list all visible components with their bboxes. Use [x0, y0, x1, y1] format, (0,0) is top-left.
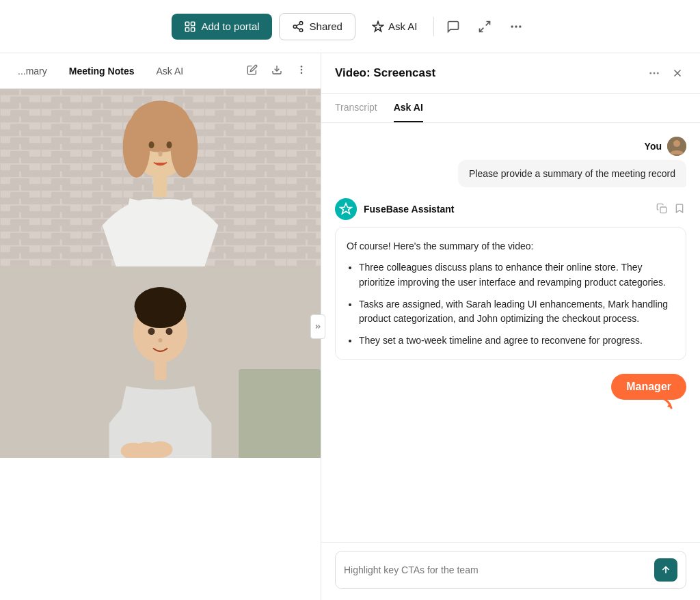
copy-button[interactable] [655, 202, 669, 217]
dots-vertical-icon [296, 64, 307, 75]
svg-rect-3 [191, 27, 194, 31]
download-icon [271, 64, 282, 75]
bullet-item-3: They set a two-week timeline and agree t… [359, 333, 675, 349]
svg-point-39 [165, 328, 172, 335]
collapse-panel-button[interactable] [310, 314, 325, 339]
panel-title: Video: Screencast [335, 66, 638, 80]
user-avatar [667, 137, 686, 156]
right-panel: Video: Screencast Transcript Ask AI [321, 53, 700, 600]
more-left-btn[interactable] [291, 60, 312, 82]
main-content: ...mary Meeting Notes Ask AI [0, 53, 700, 600]
svg-point-30 [159, 151, 163, 156]
download-icon-btn[interactable] [266, 60, 288, 82]
shared-button[interactable]: Shared [279, 13, 355, 40]
chat-area: You Please provide a summary of the meet… [321, 123, 700, 542]
svg-line-7 [296, 27, 299, 29]
user-message: You Please provide a summary of the meet… [335, 137, 686, 187]
assistant-name: FuseBase Assistant [364, 204, 648, 215]
right-tabs: Transcript Ask AI [321, 94, 700, 123]
assistant-message: FuseBase Assistant [335, 198, 686, 360]
svg-point-4 [299, 21, 303, 25]
comment-icon [446, 20, 460, 33]
sparkle-icon [372, 21, 384, 33]
person1-figure [0, 89, 321, 267]
right-panel-header: Video: Screencast [321, 53, 700, 94]
svg-point-28 [149, 141, 154, 148]
header-more-button[interactable] [645, 64, 663, 82]
chevrons-right-icon [314, 323, 322, 331]
header-icon-group [645, 64, 686, 82]
three-dots-icon [648, 67, 660, 79]
send-icon [660, 564, 671, 575]
expand-icon [478, 20, 492, 33]
svg-point-37 [146, 287, 176, 312]
top-toolbar: Add to portal Shared Ask AI [0, 0, 700, 53]
left-panel: ...mary Meeting Notes Ask AI [0, 53, 321, 600]
svg-rect-1 [191, 22, 194, 25]
assistant-bubble: Of course! Here's the summary of the vid… [335, 227, 686, 360]
svg-point-51 [673, 140, 680, 147]
manager-bubble-area: Manager [335, 374, 686, 400]
bullet-item-2: Tasks are assigned, with Sarah leading U… [359, 297, 675, 327]
svg-point-47 [657, 72, 659, 74]
manager-label-bubble: Manager [611, 374, 686, 400]
portal-icon [184, 21, 196, 33]
assistant-intro: Of course! Here's the summary of the vid… [347, 238, 675, 254]
person1-frame [0, 89, 321, 267]
svg-rect-33 [239, 369, 321, 458]
svg-point-6 [299, 29, 303, 32]
assistant-bullet-list: Three colleagues discuss plans to enhanc… [347, 260, 675, 348]
edit-icon-btn[interactable] [241, 60, 263, 82]
svg-point-13 [520, 25, 522, 27]
more-options-button[interactable] [504, 14, 528, 39]
user-label: You [645, 137, 686, 156]
expand-button[interactable] [472, 14, 497, 39]
share-icon [292, 21, 304, 33]
bookmark-icon [674, 203, 685, 214]
add-to-portal-button[interactable]: Add to portal [172, 14, 272, 40]
tab-summary[interactable]: ...mary [8, 60, 57, 82]
svg-point-15 [301, 66, 303, 68]
person2-figure [0, 267, 321, 458]
svg-point-26 [123, 116, 150, 178]
svg-line-8 [296, 23, 299, 25]
close-panel-button[interactable] [669, 64, 686, 82]
tab-meeting-notes[interactable]: Meeting Notes [59, 60, 144, 82]
svg-point-38 [148, 328, 155, 335]
user-avatar-icon [667, 137, 686, 156]
tab-ask-ai-right[interactable]: Ask AI [394, 94, 423, 122]
send-button[interactable] [654, 558, 677, 582]
svg-rect-2 [185, 27, 189, 31]
assistant-action-icons [655, 202, 686, 217]
assistant-avatar [335, 198, 357, 220]
tab-transcript[interactable]: Transcript [335, 94, 377, 122]
pencil-icon [247, 64, 258, 75]
panel-collapse-area [310, 314, 325, 339]
ask-ai-toolbar-button[interactable]: Ask AI [362, 14, 427, 40]
svg-rect-52 [660, 207, 667, 213]
svg-point-46 [654, 72, 656, 74]
svg-point-27 [170, 116, 198, 178]
chat-input[interactable] [344, 564, 647, 575]
svg-line-10 [480, 27, 484, 31]
svg-point-17 [301, 72, 303, 74]
tab-ask-ai-left[interactable]: Ask AI [146, 60, 193, 82]
svg-point-5 [293, 25, 297, 28]
copy-icon [656, 203, 667, 214]
comment-button[interactable] [441, 14, 466, 39]
svg-point-29 [166, 141, 172, 148]
toolbar-divider [433, 17, 434, 36]
svg-point-45 [649, 72, 651, 74]
assistant-header: FuseBase Assistant [335, 198, 686, 220]
manager-arrow-icon [658, 396, 674, 409]
video-area [0, 89, 321, 600]
svg-point-12 [515, 25, 517, 27]
user-message-bubble: Please provide a summary of the meeting … [458, 160, 686, 187]
close-icon [671, 67, 684, 79]
svg-point-16 [301, 68, 303, 70]
svg-point-40 [159, 338, 163, 342]
save-button[interactable] [673, 202, 686, 217]
svg-rect-0 [185, 22, 189, 25]
chat-input-wrapper [335, 551, 686, 589]
chat-input-area [321, 542, 700, 600]
